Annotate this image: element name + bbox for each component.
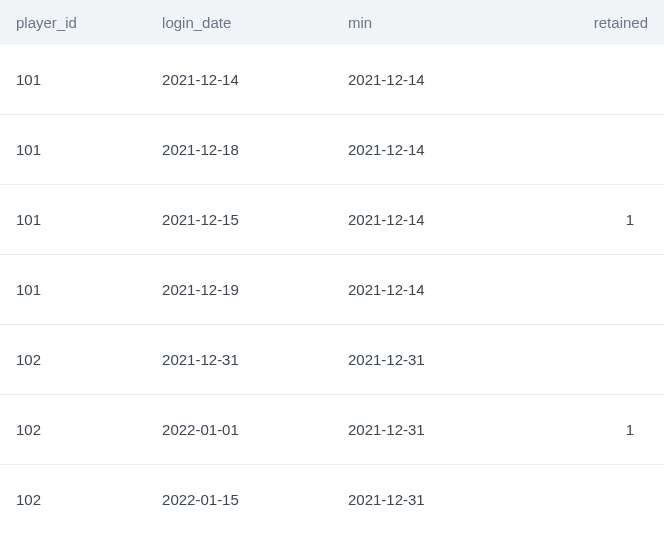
cell-retained (518, 255, 664, 325)
cell-min: 2021-12-14 (332, 185, 518, 255)
cell-retained (518, 325, 664, 395)
cell-retained: 1 (518, 395, 664, 465)
cell-player-id: 101 (0, 255, 146, 325)
table-row: 101 2021-12-15 2021-12-14 1 (0, 185, 664, 255)
cell-login-date: 2021-12-14 (146, 45, 332, 115)
cell-min: 2021-12-14 (332, 115, 518, 185)
cell-player-id: 102 (0, 325, 146, 395)
data-table: player_id login_date min retained 101 20… (0, 0, 664, 534)
cell-min: 2021-12-31 (332, 395, 518, 465)
table-header-row: player_id login_date min retained (0, 0, 664, 45)
table-row: 101 2021-12-19 2021-12-14 (0, 255, 664, 325)
cell-player-id: 101 (0, 185, 146, 255)
table-row: 102 2021-12-31 2021-12-31 (0, 325, 664, 395)
cell-min: 2021-12-14 (332, 255, 518, 325)
cell-login-date: 2021-12-18 (146, 115, 332, 185)
cell-min: 2021-12-31 (332, 325, 518, 395)
cell-retained (518, 45, 664, 115)
cell-player-id: 101 (0, 115, 146, 185)
header-min: min (332, 0, 518, 45)
cell-min: 2021-12-14 (332, 45, 518, 115)
cell-login-date: 2022-01-01 (146, 395, 332, 465)
header-login-date: login_date (146, 0, 332, 45)
header-retained: retained (518, 0, 664, 45)
cell-player-id: 102 (0, 465, 146, 535)
cell-login-date: 2021-12-15 (146, 185, 332, 255)
header-player-id: player_id (0, 0, 146, 45)
cell-retained (518, 465, 664, 535)
cell-retained: 1 (518, 185, 664, 255)
cell-min: 2021-12-31 (332, 465, 518, 535)
cell-login-date: 2021-12-19 (146, 255, 332, 325)
cell-retained (518, 115, 664, 185)
cell-player-id: 102 (0, 395, 146, 465)
cell-login-date: 2021-12-31 (146, 325, 332, 395)
table-row: 101 2021-12-14 2021-12-14 (0, 45, 664, 115)
table-row: 101 2021-12-18 2021-12-14 (0, 115, 664, 185)
cell-login-date: 2022-01-15 (146, 465, 332, 535)
cell-player-id: 101 (0, 45, 146, 115)
table-row: 102 2022-01-01 2021-12-31 1 (0, 395, 664, 465)
table-row: 102 2022-01-15 2021-12-31 (0, 465, 664, 535)
